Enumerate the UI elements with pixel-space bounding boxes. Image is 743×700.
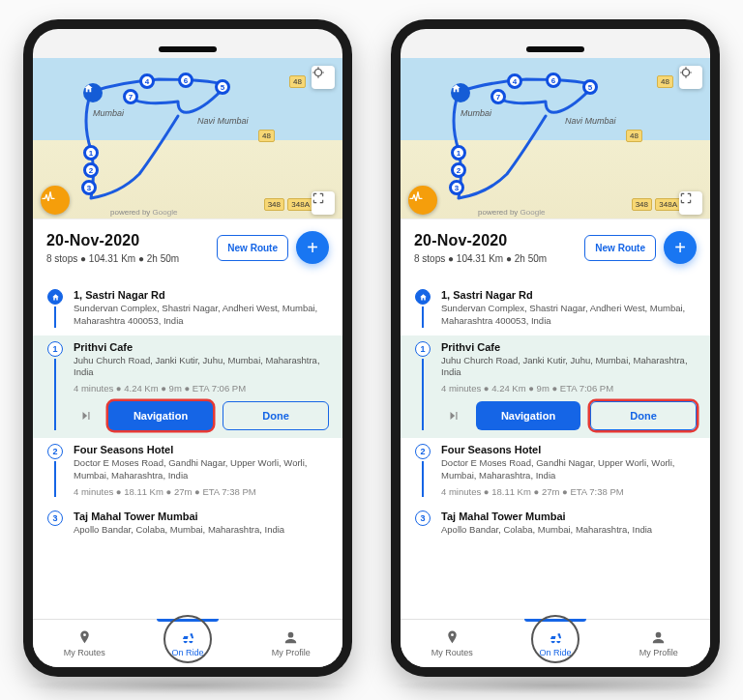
route-header: 20-Nov-2020 8 stops ● 104.31 Km ● 2h 50m… bbox=[33, 219, 342, 277]
road-badge: 348A bbox=[655, 198, 681, 211]
navigation-button[interactable]: Navigation bbox=[108, 401, 213, 430]
stop-row-active[interactable]: 1 Prithvi Cafe Juhu Church Road, Janki K… bbox=[33, 335, 342, 439]
road-badge: 48 bbox=[657, 75, 673, 88]
add-stop-fab[interactable]: + bbox=[296, 231, 329, 264]
stop-number: 3 bbox=[47, 510, 63, 526]
locate-me-button[interactable] bbox=[312, 66, 335, 89]
fullscreen-button[interactable] bbox=[679, 191, 702, 215]
stop-title: Prithvi Cafe bbox=[74, 341, 329, 353]
locate-me-button[interactable] bbox=[679, 66, 702, 89]
stop-row[interactable]: 2 Four Seasons Hotel Doctor E Moses Road… bbox=[33, 438, 342, 505]
stops-list[interactable]: 1, Sastri Nagar Rd Sundervan Complex, Sh… bbox=[33, 277, 342, 619]
skip-next-icon[interactable] bbox=[74, 403, 99, 428]
stop-row-start[interactable]: 1, Sastri Nagar Rd Sundervan Complex, Sh… bbox=[33, 283, 342, 335]
bottom-navigation: My Routes On Ride My Profile bbox=[401, 619, 710, 667]
nav-my-routes[interactable]: My Routes bbox=[33, 620, 136, 667]
stop-title: Four Seasons Hotel bbox=[441, 444, 697, 455]
screen: Mumbai Navi Mumbai 48 48 348A 348 1 2 3 … bbox=[33, 29, 342, 667]
pin-icon bbox=[76, 629, 93, 646]
stop-title: Taj Mahal Tower Mumbai bbox=[74, 510, 329, 522]
phone-frame-left: Mumbai Navi Mumbai 48 48 348A 348 1 2 3 … bbox=[23, 19, 352, 677]
map-marker[interactable]: 1 bbox=[83, 145, 99, 160]
road-badge: 48 bbox=[289, 75, 306, 88]
map-marker[interactable]: 3 bbox=[81, 180, 97, 195]
map-city-label: Navi Mumbai bbox=[565, 116, 616, 126]
route-stats-icon[interactable] bbox=[41, 186, 70, 215]
map-marker-home[interactable] bbox=[451, 83, 470, 102]
stop-number: 1 bbox=[415, 341, 431, 357]
map[interactable]: Mumbai Navi Mumbai 48 48 348A 348 1 2 3 … bbox=[401, 58, 710, 222]
stop-row[interactable]: 3 Taj Mahal Tower Mumbai Apollo Bandar, … bbox=[401, 505, 710, 544]
map-marker[interactable]: 3 bbox=[449, 180, 464, 195]
route-summary: 8 stops ● 104.31 Km ● 2h 50m bbox=[46, 253, 209, 264]
map-attribution: powered by Google bbox=[478, 208, 545, 217]
nav-on-ride[interactable]: On Ride bbox=[136, 620, 240, 667]
map-marker[interactable]: 2 bbox=[451, 162, 466, 178]
map[interactable]: Mumbai Navi Mumbai 48 48 348A 348 1 2 3 … bbox=[33, 58, 342, 222]
map-marker-home[interactable] bbox=[83, 83, 103, 102]
scooter-icon bbox=[548, 629, 564, 646]
stop-row[interactable]: 3 Taj Mahal Tower Mumbai Apollo Bandar, … bbox=[33, 505, 342, 544]
map-marker[interactable]: 6 bbox=[546, 73, 561, 88]
svg-point-0 bbox=[315, 70, 322, 76]
road-badge: 348 bbox=[632, 198, 652, 211]
add-stop-fab[interactable]: + bbox=[664, 231, 697, 264]
road-badge: 48 bbox=[258, 130, 275, 142]
skip-next-icon[interactable] bbox=[441, 403, 466, 428]
navigation-button[interactable]: Navigation bbox=[476, 401, 580, 430]
stop-meta: 4 minutes ● 4.24 Km ● 9m ● ETA 7:06 PM bbox=[441, 383, 697, 394]
stop-address: Juhu Church Road, Janki Kutir, Juhu, Mum… bbox=[74, 355, 329, 380]
new-route-button[interactable]: New Route bbox=[217, 235, 288, 261]
screen: Mumbai Navi Mumbai 48 48 348A 348 1 2 3 … bbox=[401, 29, 710, 667]
nav-my-routes[interactable]: My Routes bbox=[401, 620, 504, 667]
svg-point-5 bbox=[683, 70, 690, 76]
profile-icon bbox=[282, 629, 299, 646]
stop-title: Four Seasons Hotel bbox=[74, 444, 329, 455]
map-marker[interactable]: 5 bbox=[582, 79, 598, 95]
road-badge: 348 bbox=[264, 198, 284, 211]
stop-address: Apollo Bandar, Colaba, Mumbai, Maharasht… bbox=[441, 524, 697, 537]
map-marker[interactable]: 4 bbox=[139, 73, 155, 89]
map-marker[interactable]: 2 bbox=[83, 162, 99, 178]
map-marker[interactable]: 5 bbox=[215, 79, 230, 95]
route-stats-icon[interactable] bbox=[408, 186, 437, 215]
stop-row-active[interactable]: 1 Prithvi Cafe Juhu Church Road, Janki K… bbox=[401, 335, 710, 439]
done-button[interactable]: Done bbox=[590, 401, 697, 430]
route-date: 20-Nov-2020 bbox=[414, 232, 577, 249]
stop-address: Juhu Church Road, Janki Kutir, Juhu, Mum… bbox=[441, 355, 697, 380]
pin-icon bbox=[444, 629, 461, 646]
map-marker[interactable]: 7 bbox=[490, 89, 506, 104]
stop-row-start[interactable]: 1, Sastri Nagar Rd Sundervan Complex, Sh… bbox=[401, 283, 710, 335]
new-route-button[interactable]: New Route bbox=[584, 235, 656, 261]
nav-on-ride[interactable]: On Ride bbox=[504, 620, 608, 667]
bottom-navigation: My Routes On Ride My Profile bbox=[33, 619, 342, 667]
scooter-icon bbox=[180, 629, 196, 646]
stop-address: Doctor E Moses Road, Gandhi Nagar, Upper… bbox=[74, 457, 329, 482]
route-summary: 8 stops ● 104.31 Km ● 2h 50m bbox=[414, 253, 577, 264]
nav-my-profile[interactable]: My Profile bbox=[607, 620, 710, 667]
profile-icon bbox=[650, 629, 667, 646]
map-marker[interactable]: 6 bbox=[178, 73, 193, 88]
map-marker[interactable]: 7 bbox=[123, 89, 138, 104]
stop-title: 1, Sastri Nagar Rd bbox=[441, 289, 697, 301]
home-icon bbox=[415, 289, 431, 305]
map-attribution: powered by Google bbox=[110, 208, 177, 217]
stop-meta: 4 minutes ● 4.24 Km ● 9m ● ETA 7:06 PM bbox=[74, 383, 329, 394]
stops-list[interactable]: 1, Sastri Nagar Rd Sundervan Complex, Sh… bbox=[401, 277, 710, 619]
stop-row[interactable]: 2 Four Seasons Hotel Doctor E Moses Road… bbox=[401, 438, 710, 505]
map-marker[interactable]: 1 bbox=[451, 145, 466, 160]
home-icon bbox=[47, 289, 63, 305]
stop-number: 3 bbox=[415, 510, 431, 526]
route-date: 20-Nov-2020 bbox=[46, 232, 209, 249]
stop-number: 1 bbox=[47, 341, 63, 357]
map-marker[interactable]: 4 bbox=[507, 73, 522, 89]
nav-my-profile[interactable]: My Profile bbox=[239, 620, 342, 667]
road-badge: 48 bbox=[626, 130, 642, 142]
stop-address: Doctor E Moses Road, Gandhi Nagar, Upper… bbox=[441, 457, 697, 482]
stop-meta: 4 minutes ● 18.11 Km ● 27m ● ETA 7:38 PM bbox=[441, 486, 697, 497]
fullscreen-button[interactable] bbox=[312, 191, 335, 215]
stop-address: Sundervan Complex, Shastri Nagar, Andher… bbox=[74, 303, 329, 328]
done-button[interactable]: Done bbox=[223, 401, 329, 430]
phone-frame-right: Mumbai Navi Mumbai 48 48 348A 348 1 2 3 … bbox=[391, 19, 720, 677]
map-city-label: Mumbai bbox=[93, 108, 124, 118]
